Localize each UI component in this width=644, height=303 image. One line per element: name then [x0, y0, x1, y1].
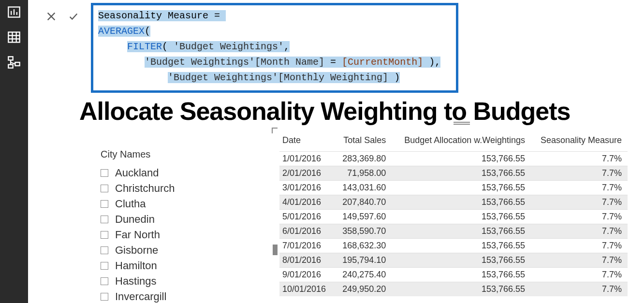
svg-rect-9	[8, 57, 13, 60]
model-view-icon[interactable]	[7, 55, 21, 70]
commit-formula-button[interactable]	[67, 10, 80, 23]
checkbox-icon[interactable]	[101, 200, 108, 208]
slicer-item-label: Hastings	[115, 275, 157, 288]
formula-token: (	[162, 41, 174, 52]
col-date[interactable]: Date	[279, 130, 336, 152]
nav-rail	[0, 0, 28, 303]
table-row[interactable]: 3/01/2016143,031.60153,766.557.7%	[279, 181, 628, 195]
table-cell: 71,958.00	[336, 166, 392, 181]
slicer-item[interactable]: Far North	[101, 229, 246, 241]
city-slicer[interactable]: City Names AucklandChristchurchCluthaDun…	[101, 130, 246, 303]
table-cell: 283,369.80	[336, 152, 392, 166]
table-row[interactable]: 5/01/2016149,597.60153,766.557.7%	[279, 210, 628, 224]
drag-handle-icon[interactable]	[454, 121, 470, 125]
checkbox-icon[interactable]	[101, 231, 108, 239]
table-row[interactable]: 1/01/2016283,369.80153,766.557.7%	[279, 152, 628, 166]
table-cell: 3/01/2016	[279, 181, 336, 195]
formula-column: [Month Name]	[255, 57, 324, 68]
table-cell: 240,275.40	[336, 268, 392, 282]
slicer-item-label: Gisborne	[115, 244, 158, 257]
svg-rect-11	[8, 65, 13, 68]
table-row[interactable]: 6/01/2016358,590.70153,766.557.7%	[279, 224, 628, 239]
table-cell: 10/01/2016	[279, 282, 336, 297]
formula-table: 'Budget Weightings'	[145, 57, 255, 68]
table-cell: 8/01/2016	[279, 253, 336, 268]
col-seasonality[interactable]: Seasonality Measure	[531, 130, 628, 152]
col-budget-allocation[interactable]: Budget Allocation w.Weightings	[392, 130, 531, 152]
table-cell: 7.7%	[531, 253, 628, 268]
table-row[interactable]: 7/01/2016168,632.30153,766.557.7%	[279, 239, 628, 253]
cancel-formula-button[interactable]	[44, 10, 58, 23]
data-view-icon[interactable]	[7, 30, 21, 44]
checkbox-icon[interactable]	[101, 185, 108, 192]
table-cell: 2/01/2016	[279, 166, 336, 181]
table-row[interactable]: 8/01/2016195,794.10153,766.557.7%	[279, 253, 628, 268]
col-total-sales[interactable]: Total Sales	[336, 130, 392, 152]
table-cell: 153,766.55	[392, 224, 531, 239]
checkbox-icon[interactable]	[101, 169, 108, 177]
table-cell: 358,590.70	[336, 224, 392, 239]
formula-pad	[98, 41, 127, 52]
formula-bar-row: Seasonality Measure = AVERAGEX( FILTER( …	[28, 0, 644, 93]
slicer-item-label: Christchurch	[115, 182, 175, 195]
table-cell: 7.7%	[531, 152, 628, 166]
slicer-item[interactable]: Dunedin	[101, 213, 246, 226]
formula-measure: [CurrentMonth]	[342, 57, 423, 68]
table-cell: 7.7%	[531, 239, 628, 253]
table-row[interactable]: 10/01/2016249,950.20153,766.557.7%	[279, 282, 628, 297]
slicer-item[interactable]: Gisborne	[101, 244, 246, 257]
checkbox-icon[interactable]	[101, 246, 108, 254]
formula-pad	[98, 57, 145, 68]
formula-function: FILTER	[127, 41, 162, 52]
table-cell: 9/01/2016	[279, 268, 336, 282]
checkbox-icon[interactable]	[101, 293, 108, 301]
table-row[interactable]: 2/01/201671,958.00153,766.557.7%	[279, 166, 628, 181]
table-cell: 7.7%	[531, 224, 628, 239]
svg-line-13	[11, 62, 15, 64]
slicer-item[interactable]: Auckland	[101, 167, 246, 179]
formula-table: 'Budget Weightings'	[174, 41, 284, 52]
formula-table: 'Budget Weightings'	[168, 72, 278, 83]
formula-token: =	[324, 57, 342, 68]
slicer-item[interactable]: Invercargill	[101, 290, 246, 303]
slicer-item[interactable]: Clutha	[101, 198, 246, 210]
resize-handle-corner-icon[interactable]	[272, 128, 278, 133]
formula-editor[interactable]: Seasonality Measure = AVERAGEX( FILTER( …	[91, 3, 458, 93]
table-cell: 7.7%	[531, 166, 628, 181]
checkbox-icon[interactable]	[101, 262, 108, 270]
table-cell: 7.7%	[531, 210, 628, 224]
table-row[interactable]: 9/01/2016240,275.40153,766.557.7%	[279, 268, 628, 282]
slicer-item-label: Hamilton	[115, 260, 157, 272]
formula-token: )	[388, 72, 400, 83]
table-cell: 7/01/2016	[279, 239, 336, 253]
table-cell: 153,766.55	[392, 210, 531, 224]
table-row[interactable]: 4/01/2016207,840.70153,766.557.7%	[279, 195, 628, 210]
resize-handle-left-icon[interactable]	[273, 245, 278, 255]
table-cell: 7.7%	[531, 195, 628, 210]
table-visual[interactable]: Date Total Sales Budget Allocation w.Wei…	[279, 130, 644, 303]
table-cell: 153,766.55	[392, 239, 531, 253]
slicer-item-label: Invercargill	[115, 290, 166, 303]
formula-actions	[28, 3, 91, 23]
report-view-icon[interactable]	[7, 5, 21, 19]
table-cell: 153,766.55	[392, 166, 531, 181]
checkbox-icon[interactable]	[101, 277, 108, 285]
table-cell: 4/01/2016	[279, 195, 336, 210]
formula-function: AVERAGEX	[98, 26, 145, 37]
slicer-item[interactable]: Hastings	[101, 275, 246, 288]
table-cell: 153,766.55	[392, 181, 531, 195]
formula-column: [Monthly Weighting]	[278, 72, 388, 83]
table-cell: 207,840.70	[336, 195, 392, 210]
checkbox-icon[interactable]	[101, 216, 108, 223]
formula-token: (	[145, 26, 150, 37]
slicer-item[interactable]: Hamilton	[101, 260, 246, 272]
formula-token: Seasonality Measure =	[98, 10, 226, 21]
table-cell: 149,597.60	[336, 210, 392, 224]
table-cell: 1/01/2016	[279, 152, 336, 166]
table-cell: 7.7%	[531, 268, 628, 282]
formula-pad	[98, 72, 168, 83]
main-pane: Seasonality Measure = AVERAGEX( FILTER( …	[28, 0, 644, 303]
data-table: Date Total Sales Budget Allocation w.Wei…	[279, 130, 628, 296]
slicer-item-label: Far North	[115, 229, 160, 241]
slicer-item[interactable]: Christchurch	[101, 182, 246, 195]
